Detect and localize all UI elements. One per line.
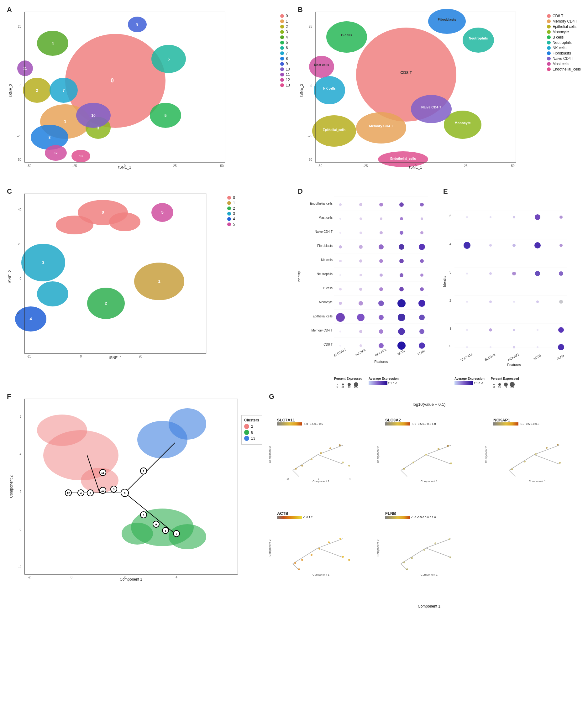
svg-point-118 — [339, 288, 342, 290]
svg-text:5: 5 — [89, 491, 91, 495]
svg-point-314 — [546, 447, 548, 449]
legend-item-11: 11 — [280, 73, 290, 77]
svg-point-342 — [449, 538, 450, 540]
svg-line-319 — [293, 548, 318, 564]
svg-text:25: 25 — [309, 25, 313, 28]
svg-point-327 — [328, 542, 330, 543]
svg-text:50: 50 — [498, 386, 501, 388]
panel-c-plot: 0 1 2 3 4 5 tSNE_1 -20 0 20 tSNE_2 40 20… — [6, 187, 263, 369]
svg-point-198 — [489, 244, 492, 247]
svg-text:Fibroblasts: Fibroblasts — [317, 244, 332, 247]
svg-point-36 — [309, 56, 334, 78]
svg-text:-25: -25 — [308, 134, 313, 138]
svg-text:Fibroblasts: Fibroblasts — [438, 17, 456, 21]
svg-point-116 — [339, 260, 342, 262]
svg-point-341 — [435, 543, 436, 544]
svg-text:SLC3A2: SLC3A2 — [484, 353, 496, 362]
svg-point-131 — [357, 314, 365, 321]
svg-point-303 — [447, 445, 449, 447]
cluster-label-12: 12 — [54, 151, 58, 155]
svg-text:6: 6 — [19, 415, 21, 418]
svg-point-288 — [342, 462, 344, 463]
cluster-label-6: 6 — [168, 57, 170, 61]
cluster-label-7: 7 — [63, 88, 65, 93]
cluster-label-3: 3 — [97, 126, 99, 130]
svg-point-311 — [511, 468, 513, 470]
svg-point-195 — [535, 214, 540, 220]
svg-text:1: 1 — [143, 470, 144, 473]
svg-point-34 — [428, 9, 466, 34]
svg-point-146 — [400, 217, 403, 220]
svg-point-223 — [498, 383, 501, 386]
svg-text:4: 4 — [449, 242, 451, 246]
svg-text:NCKAP1: NCKAP1 — [374, 348, 387, 357]
svg-point-158 — [420, 231, 423, 234]
svg-point-289 — [348, 465, 350, 467]
panel-e-label: E — [443, 187, 448, 195]
legend-item-13: 13 — [280, 83, 290, 87]
svg-point-126 — [359, 245, 363, 249]
svg-point-112 — [339, 203, 342, 206]
svg-point-323 — [294, 562, 296, 564]
svg-point-113 — [340, 218, 341, 220]
svg-text:Component 1: Component 1 — [421, 480, 438, 483]
svg-text:12: 12 — [67, 491, 70, 495]
svg-text:Monocyte: Monocyte — [319, 300, 333, 304]
svg-text:0: 0 — [336, 385, 338, 388]
panel-e: E 5 4 3 2 1 0 Identity SLC7A11 SLC3A2 NC… — [440, 185, 585, 390]
svg-line-281 — [293, 470, 299, 477]
svg-point-135 — [380, 218, 382, 220]
svg-point-32 — [463, 28, 494, 53]
svg-point-128 — [360, 274, 362, 276]
svg-text:B cells: B cells — [323, 286, 332, 290]
svg-point-206 — [559, 271, 563, 276]
svg-point-156 — [420, 203, 424, 206]
svg-text:2: 2 — [19, 490, 21, 493]
svg-point-63 — [109, 213, 140, 231]
svg-point-202 — [466, 273, 468, 275]
svg-text:0: 0 — [101, 210, 104, 215]
svg-text:NK cells: NK cells — [323, 87, 336, 90]
svg-text:0: 0 — [124, 491, 125, 495]
gene-plot-slc3a2: SLC3A2 -1.0 -0.5 0.0 0.5 1.0 — [376, 418, 482, 510]
svg-point-205 — [535, 271, 540, 276]
svg-point-150 — [400, 273, 403, 277]
svg-text:-50: -50 — [27, 164, 32, 168]
svg-point-302 — [438, 448, 440, 450]
legend-item-1: 1 — [280, 19, 290, 23]
cluster-label-5: 5 — [165, 113, 167, 118]
flnb-svg: Component 1 Component 2 — [376, 520, 482, 576]
svg-text:Mast cells: Mast cells — [314, 63, 329, 67]
svg-text:FLNB: FLNB — [417, 349, 426, 356]
svg-text:1: 1 — [449, 327, 451, 331]
svg-text:Neutrophils: Neutrophils — [317, 272, 332, 276]
panel-e-yaxis: Identity — [443, 276, 446, 287]
svg-point-137 — [379, 244, 383, 249]
gene-plots-grid: SLC7A11 -1.0 -0.5 0.0 0.5 — [268, 408, 588, 603]
svg-point-343 — [449, 557, 451, 558]
actb-svg: Component 1 Component 2 — [268, 520, 374, 576]
svg-point-201 — [559, 244, 562, 247]
panel-d-plot: Endothelial cells Mast cells Naive CD4 T… — [297, 187, 428, 375]
svg-text:B cells: B cells — [341, 33, 352, 37]
panel-f-yaxis: Component 2 — [9, 475, 13, 498]
svg-point-301 — [425, 454, 427, 456]
svg-point-193 — [490, 216, 492, 218]
nckap1-svg: Component 1 Component 2 — [484, 426, 588, 483]
svg-point-35 — [411, 95, 452, 123]
panel-c: C 0 1 2 3 4 5 tS — [3, 185, 294, 379]
svg-point-214 — [513, 329, 515, 331]
svg-point-210 — [536, 300, 539, 303]
svg-text:1: 1 — [158, 279, 160, 284]
svg-text:0: 0 — [124, 164, 126, 168]
svg-point-159 — [419, 244, 425, 250]
svg-line-310 — [509, 470, 515, 477]
svg-point-218 — [490, 346, 492, 348]
svg-text:SLC3A2: SLC3A2 — [354, 348, 366, 357]
panel-f-legend: Clusters 2 8 13 — [241, 415, 262, 444]
svg-point-299 — [403, 468, 405, 470]
panel-b-yaxis: tSNE_2 — [299, 84, 304, 97]
svg-point-144 — [379, 343, 383, 348]
svg-text:50: 50 — [511, 164, 515, 168]
legend-item-7: 7 — [280, 51, 290, 55]
